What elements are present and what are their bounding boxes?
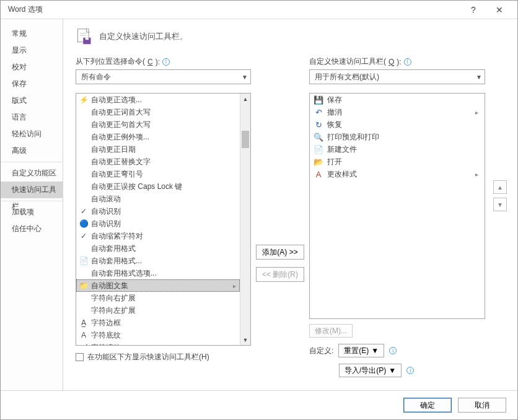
qat-listbox[interactable]: 💾保存↶撤消▸↻恢复🔍打印预览和打印📄新建文件📂打开A更改样式▸ xyxy=(309,93,485,319)
list-item[interactable]: 自动更正弯引号 xyxy=(76,168,240,180)
help-button[interactable]: ? xyxy=(460,1,486,19)
qat-target-label: 自定义快速访问工具栏(Q):i xyxy=(309,56,485,67)
close-button[interactable]: ✕ xyxy=(486,1,512,19)
scroll-thumb[interactable] xyxy=(242,131,249,148)
chevron-down-icon: ▼ xyxy=(388,366,396,375)
item-label: 保存 xyxy=(327,95,342,105)
item-icon: A xyxy=(79,330,89,340)
show-below-ribbon-checkbox[interactable] xyxy=(76,353,84,361)
window-title: Word 选项 xyxy=(8,4,460,15)
list-item[interactable]: 🔵自动识别 xyxy=(76,217,240,230)
item-icon: ✓ xyxy=(79,206,89,216)
sidebar-item[interactable]: 轻松访问 xyxy=(1,126,63,142)
item-label: 自动更正例外项... xyxy=(91,132,240,142)
sidebar-item[interactable]: 保存 xyxy=(1,76,63,92)
list-item[interactable]: 自动更正词首大写 xyxy=(76,106,240,118)
item-label: 恢复 xyxy=(327,120,342,130)
info-icon[interactable]: i xyxy=(404,58,411,66)
info-icon[interactable]: i xyxy=(389,347,397,354)
item-icon xyxy=(79,293,89,303)
custom-label: 自定义: xyxy=(309,346,333,356)
list-item[interactable]: 字符向左扩展 xyxy=(76,304,240,317)
reset-button[interactable]: 重置(E) ▼ xyxy=(338,344,384,357)
scroll-down[interactable]: ▼ xyxy=(240,335,250,345)
dialog-footer: 确定 取消 xyxy=(1,390,517,419)
sidebar-item[interactable]: 语言 xyxy=(1,109,63,126)
submenu-indicator: ▸ xyxy=(233,344,236,346)
item-icon xyxy=(79,132,89,142)
item-label: 自动套用格式... xyxy=(91,256,240,266)
scroll-up[interactable]: ▲ xyxy=(240,94,250,104)
item-icon: 🔍 xyxy=(314,132,323,142)
qat-item[interactable]: 💾保存 xyxy=(310,94,485,106)
item-label: 自动套用格式 xyxy=(91,243,240,254)
list-item[interactable]: 自动更正误按 Caps Lock 键 xyxy=(76,180,240,193)
item-icon: A̲ xyxy=(79,318,89,328)
item-label: 新建文件 xyxy=(327,144,357,155)
item-label: 自动识别 xyxy=(91,206,240,217)
list-item[interactable]: 自动套用格式选项... xyxy=(76,267,240,279)
item-label: 自动识别 xyxy=(91,219,240,229)
move-down-button[interactable]: ▼ xyxy=(493,198,507,211)
list-item[interactable]: 自动滚动 xyxy=(76,193,240,205)
item-label: 自动更正词首大写 xyxy=(91,107,240,118)
commands-listbox[interactable]: ⚡自动更正选项...自动更正词首大写自动更正句首大写自动更正例外项...自动更正… xyxy=(76,93,251,346)
sidebar-item[interactable]: 自定义功能区 xyxy=(1,165,63,182)
show-below-ribbon-label: 在功能区下方显示快速访问工具栏(H) xyxy=(87,352,209,362)
info-icon[interactable]: i xyxy=(162,58,170,66)
list-item[interactable]: ✓自动缩紧字符对 xyxy=(76,230,240,242)
qat-item[interactable]: 📂打开 xyxy=(310,155,485,168)
list-item[interactable]: 📁自动图文集▸ xyxy=(76,279,240,292)
qat-item[interactable]: A更改样式▸ xyxy=(310,168,485,180)
item-icon: 📁 xyxy=(79,281,89,291)
item-icon: 📂 xyxy=(314,157,323,167)
sidebar-item[interactable]: 版式 xyxy=(1,92,63,109)
list-item[interactable]: 自动更正句首大写 xyxy=(76,118,240,131)
sidebar-item[interactable]: 信任中心 xyxy=(1,221,63,237)
list-item[interactable]: 自动套用格式 xyxy=(76,242,240,255)
sidebar-item[interactable]: 常规 xyxy=(1,25,63,42)
list-item[interactable]: 字符向右扩展 xyxy=(76,292,240,304)
move-up-button[interactable]: ▲ xyxy=(493,180,507,194)
item-icon: 🔵 xyxy=(79,219,89,229)
commands-source-combo[interactable]: 所有命令▼ xyxy=(76,69,251,84)
item-label: 撤消 xyxy=(327,107,342,118)
list-item[interactable]: ✕A字符缩放▸ xyxy=(76,341,240,345)
list-item[interactable]: A̲字符边框 xyxy=(76,317,240,329)
list-item[interactable]: 自动更正例外项... xyxy=(76,131,240,143)
qat-item[interactable]: 🔍打印预览和打印 xyxy=(310,131,485,143)
sidebar-item[interactable]: 加载项 xyxy=(1,204,63,221)
import-export-button[interactable]: 导入/导出(P) ▼ xyxy=(339,364,402,377)
ok-button[interactable]: 确定 xyxy=(403,398,452,413)
add-button[interactable]: 添加(A) >> xyxy=(256,245,304,260)
item-icon xyxy=(79,107,89,117)
sidebar-item[interactable]: 显示 xyxy=(1,42,63,59)
info-icon[interactable]: i xyxy=(406,367,414,374)
choose-commands-label: 从下列位置选择命令(C):i xyxy=(76,56,251,67)
list-item[interactable]: 自动更正替换文字 xyxy=(76,155,240,168)
list-item[interactable]: 📄自动套用格式... xyxy=(76,255,240,267)
qat-item[interactable]: 📄新建文件 xyxy=(310,143,485,155)
sidebar-item[interactable]: 高级 xyxy=(1,142,63,159)
remove-button[interactable]: << 删除(R) xyxy=(256,267,304,282)
item-label: 自动图文集 xyxy=(91,281,230,291)
item-icon xyxy=(79,243,89,253)
list-item[interactable]: ✓自动识别 xyxy=(76,205,240,217)
list-item[interactable]: 自动更正日期 xyxy=(76,143,240,155)
chevron-down-icon: ▼ xyxy=(476,74,482,81)
scrollbar[interactable]: ▲ ▼ xyxy=(240,94,250,345)
qat-target-combo[interactable]: 用于所有文档(默认)▼ xyxy=(309,69,485,84)
item-icon xyxy=(79,120,89,129)
item-icon xyxy=(79,157,89,167)
qat-item[interactable]: ↻恢复 xyxy=(310,118,485,131)
cancel-button[interactable]: 取消 xyxy=(458,398,506,413)
sidebar-item[interactable]: 快速访问工具栏 xyxy=(1,182,63,198)
modify-button[interactable]: 修改(M)... xyxy=(309,324,353,338)
sidebar-item[interactable]: 校对 xyxy=(1,59,63,76)
list-item[interactable]: A字符底纹 xyxy=(76,329,240,341)
list-item[interactable]: ⚡自动更正选项... xyxy=(76,94,240,106)
item-label: 自动滚动 xyxy=(91,194,240,204)
content: 自定义快速访问工具栏。 从下列位置选择命令(C):i 所有命令▼ ⚡自动更正选项… xyxy=(63,19,517,390)
qat-item[interactable]: ↶撤消▸ xyxy=(310,106,485,118)
item-icon xyxy=(79,144,89,154)
